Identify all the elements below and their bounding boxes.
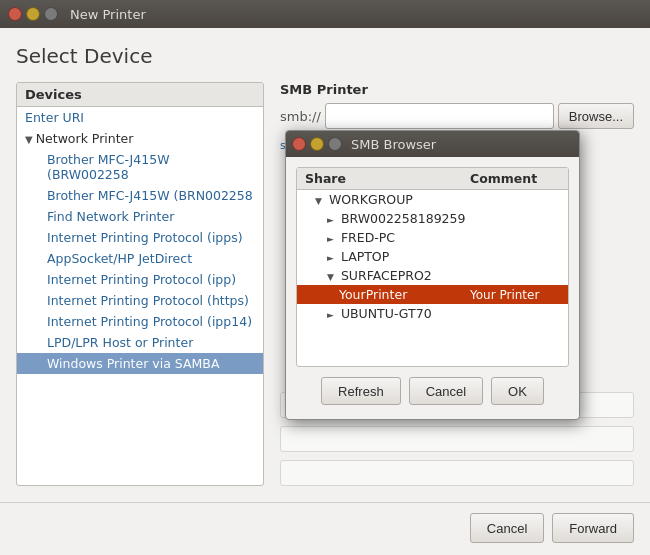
devices-header: Devices — [17, 83, 263, 107]
list-item[interactable]: Internet Printing Protocol (ipp14) — [17, 311, 263, 332]
smb-input[interactable] — [325, 103, 554, 129]
smb-tree-item[interactable]: ► FRED-PC — [297, 228, 568, 247]
smb-refresh-button[interactable]: Refresh — [321, 377, 401, 405]
smb-tree-item[interactable]: ► BRW002258189259 — [297, 209, 568, 228]
smb-dialog-titlebar: SMB Browser — [286, 131, 579, 157]
list-item[interactable]: Internet Printing Protocol (https) — [17, 290, 263, 311]
dialog-minimize-button[interactable] — [310, 137, 324, 151]
list-item[interactable]: AppSocket/HP JetDirect — [17, 248, 263, 269]
dialog-window-controls — [292, 137, 342, 151]
smb-tree-container: Share Comment ▼ WORKGROUP ► BRW002258189… — [296, 167, 569, 367]
dialog-maximize-button[interactable] — [328, 137, 342, 151]
list-item[interactable]: Brother MFC-J415W (BRW002258 — [17, 149, 263, 185]
list-item[interactable]: Enter URI — [17, 107, 263, 128]
smb-browser-dialog: SMB Browser Share Comment ▼ WORKGROUP ► … — [285, 130, 580, 420]
browse-button[interactable]: Browse... — [558, 103, 634, 129]
list-item[interactable]: Find Network Printer — [17, 206, 263, 227]
smb-tree-item[interactable]: ► LAPTOP — [297, 247, 568, 266]
smb-row: smb:// Browse... — [280, 103, 634, 129]
forward-button[interactable]: Forward — [552, 513, 634, 543]
list-item[interactable]: Internet Printing Protocol (ipps) — [17, 227, 263, 248]
window-title: New Printer — [70, 7, 146, 22]
smb-tree-item-selected[interactable]: YourPrinter Your Printer — [297, 285, 568, 304]
smb-tree-list: ▼ WORKGROUP ► BRW002258189259 ► FRED-PC … — [297, 190, 568, 323]
smb-prefix: smb:// — [280, 109, 321, 124]
smb-dialog-title: SMB Browser — [351, 137, 436, 152]
smb-tree-item[interactable]: ▼ SURFACEPRO2 — [297, 266, 568, 285]
minimize-button[interactable] — [26, 7, 40, 21]
window-controls — [8, 7, 58, 21]
list-item[interactable]: Windows Printer via SAMBA — [17, 353, 263, 374]
smb-tree-item[interactable]: ▼ WORKGROUP — [297, 190, 568, 209]
col-share-header: Share — [305, 171, 470, 186]
devices-panel: Devices Enter URI ▼Network Printer Broth… — [16, 82, 264, 486]
cancel-button[interactable]: Cancel — [470, 513, 544, 543]
smb-ok-button[interactable]: OK — [491, 377, 544, 405]
maximize-button[interactable] — [44, 7, 58, 21]
list-item[interactable]: Brother MFC-J415W (BRN002258 — [17, 185, 263, 206]
close-button[interactable] — [8, 7, 22, 21]
page-title: Select Device — [16, 44, 634, 68]
window-footer: Cancel Forward — [0, 502, 650, 555]
smb-tree-item[interactable]: ► UBUNTU-GT70 — [297, 304, 568, 323]
smb-tree-header: Share Comment — [297, 168, 568, 190]
dialog-close-button[interactable] — [292, 137, 306, 151]
title-bar: New Printer — [0, 0, 650, 28]
device-list: Enter URI ▼Network Printer Brother MFC-J… — [17, 107, 263, 374]
list-item[interactable]: ▼Network Printer — [17, 128, 263, 149]
smb-section: SMB Printer smb:// Browse... — [280, 82, 634, 129]
smb-cancel-button[interactable]: Cancel — [409, 377, 483, 405]
list-item[interactable]: LPD/LPR Host or Printer — [17, 332, 263, 353]
smb-dialog-buttons: Refresh Cancel OK — [296, 377, 569, 409]
smb-label: SMB Printer — [280, 82, 634, 97]
list-item[interactable]: Internet Printing Protocol (ipp) — [17, 269, 263, 290]
col-comment-header: Comment — [470, 171, 560, 186]
smb-dialog-body: Share Comment ▼ WORKGROUP ► BRW002258189… — [286, 157, 579, 419]
